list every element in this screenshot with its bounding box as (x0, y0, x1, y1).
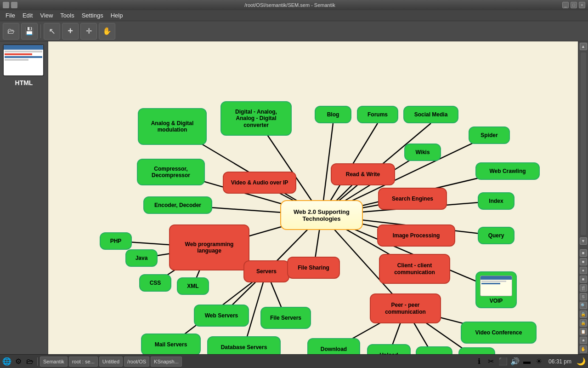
menu-bar: File Edit View Tools Settings Help (0, 10, 588, 21)
node-imageprocessing: Image Processing (377, 224, 455, 247)
node-php: PHP (100, 232, 132, 250)
rp-btn-6[interactable]: S (580, 293, 587, 300)
node-filesharing: File Sharing (287, 257, 340, 279)
menu-settings[interactable]: Settings (78, 11, 107, 20)
rp-btn-2[interactable]: ■ (580, 258, 587, 265)
taskbar-battery-icon: ▬ (522, 356, 532, 367)
taskbar-network-icon[interactable]: 🌐 (2, 356, 12, 367)
node-download: Download (307, 338, 360, 354)
node-dbservers: Database Servers (207, 336, 281, 354)
rp-btn-4[interactable]: ■ (580, 276, 587, 283)
node-index: Index (478, 192, 514, 210)
menu-file[interactable]: File (2, 11, 19, 20)
minimize-button[interactable]: _ (562, 2, 569, 8)
node-socialmedia: Social Media (403, 106, 458, 123)
node-voip: VOIP (475, 271, 517, 308)
taskbar-untitled[interactable]: Untitled (99, 356, 123, 367)
menu-help[interactable]: Help (107, 11, 127, 20)
rp-btn-7[interactable]: 🔍 (580, 302, 587, 309)
close-button[interactable]: × (579, 2, 585, 8)
taskbar-screenshot-icon: ⬛ (498, 356, 508, 367)
node-forums: Forums (357, 106, 398, 123)
node-webservers: Web Servers (194, 305, 249, 327)
node-videoconf: Video Conference (461, 322, 537, 344)
scroll-down-button[interactable]: ▼ (580, 237, 587, 245)
canvas-area[interactable]: Web 2.0 Supporting Technologies Analog &… (48, 41, 578, 354)
rp-btn-8[interactable]: 🔒 (580, 310, 587, 318)
rp-btn-11[interactable]: ★ (580, 337, 587, 344)
node-compressor: Compressor, Decompressor (137, 159, 205, 185)
node-digital: Digital - Analog, Analog - Digital conve… (220, 101, 292, 136)
node-java: Java (125, 249, 158, 267)
node-clientclient: Client - client communication (379, 254, 450, 284)
node-query: Query (478, 227, 514, 244)
rp-btn-9[interactable]: 🔒 (580, 319, 587, 327)
node-upload: Upload (367, 344, 411, 354)
scroll-up-button[interactable]: ▲ (580, 43, 587, 50)
pan-button[interactable]: ✋ (99, 23, 115, 40)
node-videoaudio: Video & Audio over IP (223, 172, 296, 194)
select-button[interactable]: ↖ (44, 23, 60, 40)
node-spider: Spider (469, 126, 510, 144)
open-folder-button[interactable]: 🗁 (3, 23, 19, 40)
node-css: CSS (139, 274, 171, 292)
taskbar-moon-icon: 🌙 (576, 356, 586, 367)
rp-btn-1[interactable]: ■ (580, 249, 587, 257)
menu-edit[interactable]: Edit (19, 11, 36, 20)
node-email: email (416, 346, 452, 354)
menu-view[interactable]: View (36, 11, 57, 20)
node-readwrite: Read & Write (331, 163, 395, 185)
node-peerpeer: Peer - peer communication (370, 293, 441, 323)
node-wikis: Wikis (404, 144, 441, 161)
taskbar-app-icon[interactable]: ⚙ (13, 356, 23, 367)
title-bar: /root/OSI/semantik/SEM.sem - Semantik _ … (0, 0, 588, 10)
html-thumbnail (3, 44, 44, 76)
node-fileservers: File Servers (260, 307, 311, 329)
node-webcrawling: Web Crawling (475, 162, 540, 180)
maximize-button[interactable]: □ (571, 2, 577, 8)
taskbar-clock: 06:31 pm (546, 358, 574, 365)
taskbar-volume-icon[interactable]: 🔊 (510, 356, 520, 367)
node-xml: XML (177, 277, 209, 295)
node-mailservers: Mail Servers (141, 334, 201, 354)
taskbar: 🌐 ⚙ 🗁 Semantik root : se... Untitled /ro… (0, 354, 588, 368)
taskbar-brightness-icon: ☀ (534, 356, 544, 367)
node-servers: Servers (243, 260, 289, 282)
taskbar-rootos[interactable]: /root/OS (124, 356, 149, 367)
node-webprog: Web programming language (169, 224, 249, 270)
rp-btn-12[interactable]: ✋ (580, 345, 587, 353)
window-title: /root/OSI/semantik/SEM.sem - Semantik (17, 2, 562, 8)
taskbar-scissors-icon: ✂ (486, 356, 496, 367)
rp-btn-10[interactable]: 📋 (580, 328, 587, 335)
taskbar-root[interactable]: root : se... (69, 356, 98, 367)
node-analog: Analog & Digital modulation (138, 108, 207, 145)
taskbar-ksnap[interactable]: KSnapsh... (151, 356, 182, 367)
toolbar: 🗁 💾 ↖ + ✛ ✋ (0, 21, 588, 41)
taskbar-files-icon[interactable]: 🗁 (25, 356, 35, 367)
rp-btn-3[interactable]: ● (580, 267, 587, 274)
save-button[interactable]: 💾 (21, 23, 38, 40)
node-center: Web 2.0 Supporting Technologies (280, 200, 363, 230)
menu-tools[interactable]: Tools (57, 11, 78, 20)
add-node-button[interactable]: + (62, 23, 79, 40)
left-sidebar: HTML (0, 41, 48, 354)
node-chat: Chat (458, 347, 495, 354)
move-button[interactable]: ✛ (80, 23, 97, 40)
node-blog: Blog (315, 106, 351, 123)
right-panel: ▲ ▼ ■ ■ ● ■ 🍴 S 🔍 🔒 🔒 📋 ★ ✋ (578, 41, 588, 354)
html-label: HTML (3, 79, 45, 86)
rp-btn-5[interactable]: 🍴 (580, 284, 587, 292)
taskbar-info-icon: ℹ (474, 356, 484, 367)
taskbar-semantik[interactable]: Semantik (40, 356, 68, 367)
node-encoder: Encoder, Decoder (143, 196, 212, 214)
node-searchengines: Search Engines (378, 188, 447, 210)
main-area: HTML (0, 41, 588, 354)
